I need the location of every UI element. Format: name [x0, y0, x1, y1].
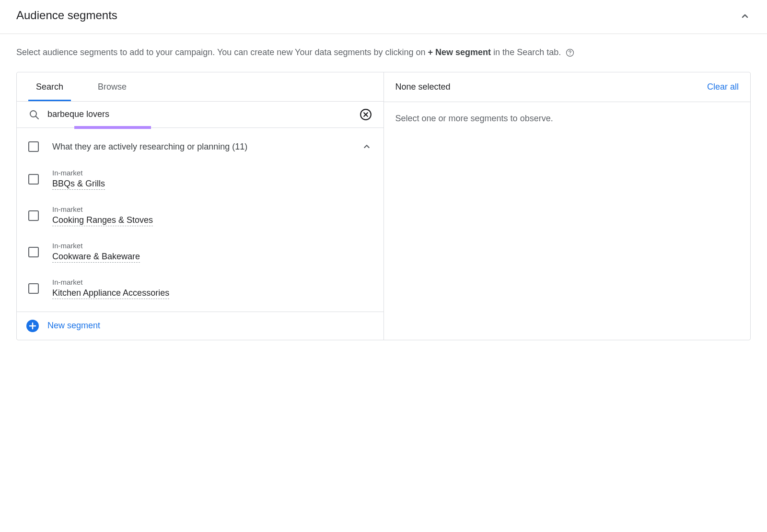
result-checkbox[interactable]	[28, 283, 39, 294]
result-row[interactable]: In-market Cooking Ranges & Stoves	[17, 197, 384, 234]
collapse-toggle[interactable]	[739, 11, 751, 22]
description-bold: + New segment	[428, 47, 491, 57]
result-checkbox[interactable]	[28, 210, 39, 221]
right-panel: None selected Clear all Select one or mo…	[384, 72, 751, 340]
main-container: Search Browse	[16, 72, 751, 340]
category-checkbox[interactable]	[28, 141, 39, 152]
search-icon	[28, 109, 40, 120]
result-kicker: In-market	[52, 169, 372, 177]
svg-line-3	[36, 116, 39, 119]
svg-point-1	[570, 54, 570, 55]
search-row	[17, 102, 384, 128]
description-part2: in the Search tab.	[491, 47, 563, 57]
selected-count: None selected	[395, 82, 451, 92]
chevron-up-icon	[739, 11, 751, 22]
close-circle-icon	[360, 108, 372, 121]
results-list: What they are actively researching or pl…	[17, 128, 384, 312]
description-part1: Select audience segments to add to your …	[16, 47, 428, 57]
section-header: Audience segments	[0, 0, 767, 34]
collapse-category-button[interactable]	[361, 141, 372, 152]
result-kicker: In-market	[52, 242, 372, 250]
selected-empty-message: Select one or more segments to observe.	[384, 102, 751, 135]
result-title: Cookware & Bakeware	[52, 252, 140, 263]
tab-bar: Search Browse	[17, 72, 384, 102]
result-title: Kitchen Appliance Accessories	[52, 288, 169, 299]
result-row[interactable]: In-market Cookware & Bakeware	[17, 234, 384, 270]
search-highlight	[74, 126, 151, 129]
tab-search[interactable]: Search	[28, 72, 71, 101]
result-title: BBQs & Grills	[52, 179, 105, 190]
help-icon	[565, 48, 575, 58]
plus-circle-icon	[26, 320, 39, 332]
search-input[interactable]	[47, 109, 360, 119]
left-panel: Search Browse	[17, 72, 384, 340]
category-label: What they are actively researching or pl…	[52, 140, 361, 153]
chevron-up-icon	[361, 141, 372, 152]
description-text: Select audience segments to add to your …	[0, 34, 767, 70]
clear-search-button[interactable]	[360, 108, 372, 121]
category-row[interactable]: What they are actively researching or pl…	[17, 133, 384, 161]
result-title: Cooking Ranges & Stoves	[52, 215, 153, 226]
result-kicker: In-market	[52, 205, 372, 213]
new-segment-label: New segment	[47, 321, 100, 331]
result-checkbox[interactable]	[28, 247, 39, 257]
tab-browse[interactable]: Browse	[90, 72, 134, 101]
result-checkbox[interactable]	[28, 174, 39, 185]
result-row[interactable]: In-market BBQs & Grills	[17, 161, 384, 197]
clear-all-button[interactable]: Clear all	[707, 82, 739, 92]
result-kicker: In-market	[52, 278, 372, 286]
result-row[interactable]: In-market Kitchen Appliance Accessories	[17, 270, 384, 307]
new-segment-button[interactable]: New segment	[17, 312, 384, 340]
selected-header: None selected Clear all	[384, 72, 751, 102]
page-title: Audience segments	[16, 9, 117, 22]
help-button[interactable]	[565, 48, 575, 58]
